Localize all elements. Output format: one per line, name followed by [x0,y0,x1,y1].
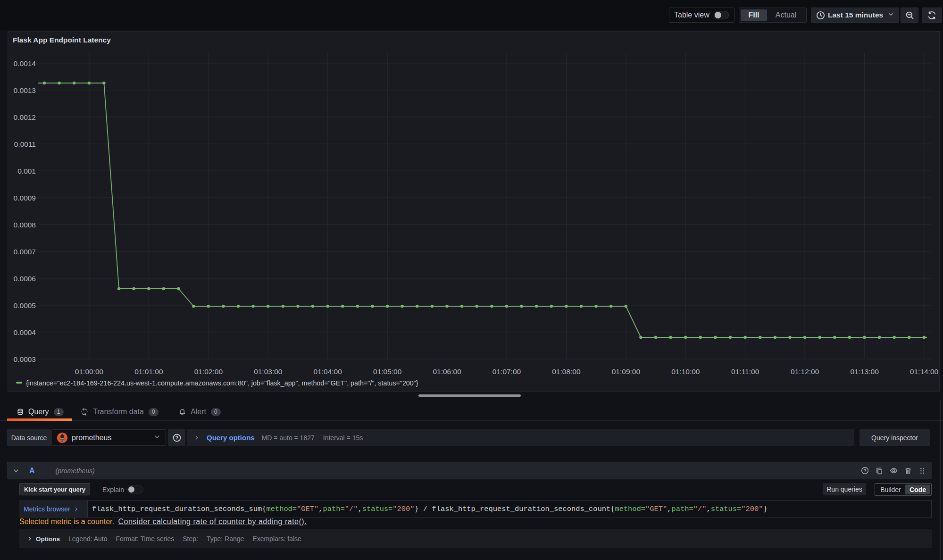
svg-text:0.0013: 0.0013 [14,86,36,94]
svg-text:01:11:00: 01:11:00 [731,368,759,376]
svg-text:01:03:00: 01:03:00 [254,368,283,376]
svg-text:01:04:00: 01:04:00 [314,368,342,376]
svg-text:01:02:00: 01:02:00 [194,368,223,376]
svg-text:01:14:00: 01:14:00 [910,368,939,376]
svg-text:01:07:00: 01:07:00 [492,368,521,376]
svg-text:0.0011: 0.0011 [14,140,36,148]
svg-text:0.0007: 0.0007 [14,248,36,256]
svg-text:01:00:00: 01:00:00 [75,368,104,376]
svg-text:0.0008: 0.0008 [14,221,36,229]
svg-text:01:08:00: 01:08:00 [552,368,581,376]
svg-text:0.0012: 0.0012 [14,113,36,121]
svg-text:0.0014: 0.0014 [14,59,36,67]
svg-text:0.0004: 0.0004 [14,328,36,336]
svg-text:0.0006: 0.0006 [14,275,36,283]
svg-text:0.0005: 0.0005 [14,301,36,309]
svg-text:01:12:00: 01:12:00 [791,368,819,376]
svg-text:01:01:00: 01:01:00 [134,368,163,376]
svg-text:0.0003: 0.0003 [14,355,36,363]
svg-text:01:13:00: 01:13:00 [850,368,879,376]
svg-text:01:06:00: 01:06:00 [433,368,461,376]
svg-text:01:09:00: 01:09:00 [612,368,641,376]
svg-text:0.0009: 0.0009 [14,194,36,202]
svg-text:01:10:00: 01:10:00 [671,368,700,376]
svg-text:01:05:00: 01:05:00 [373,368,402,376]
svg-text:{instance="ec2-184-169-216-224: {instance="ec2-184-169-216-224.us-west-1… [26,379,418,387]
svg-text:0.001: 0.001 [17,167,36,175]
